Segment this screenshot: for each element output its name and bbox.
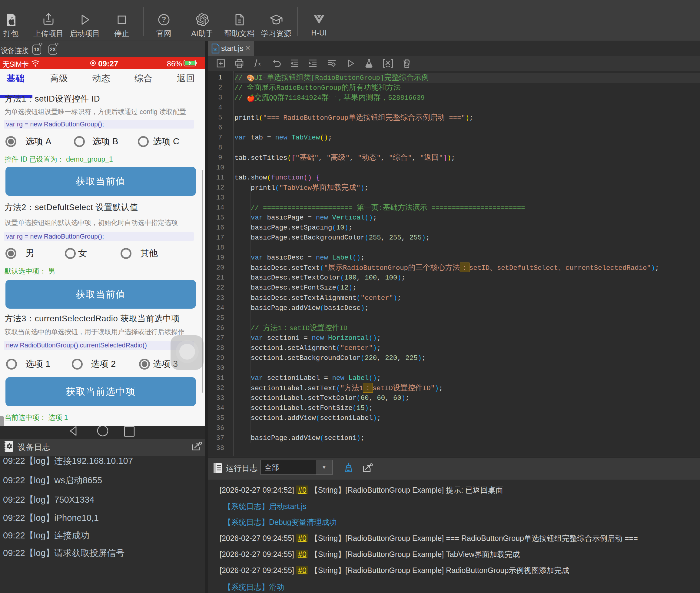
svg-text:?: ? (162, 15, 166, 23)
svg-text:*: * (257, 62, 262, 69)
svg-text:JS: JS (213, 48, 217, 52)
